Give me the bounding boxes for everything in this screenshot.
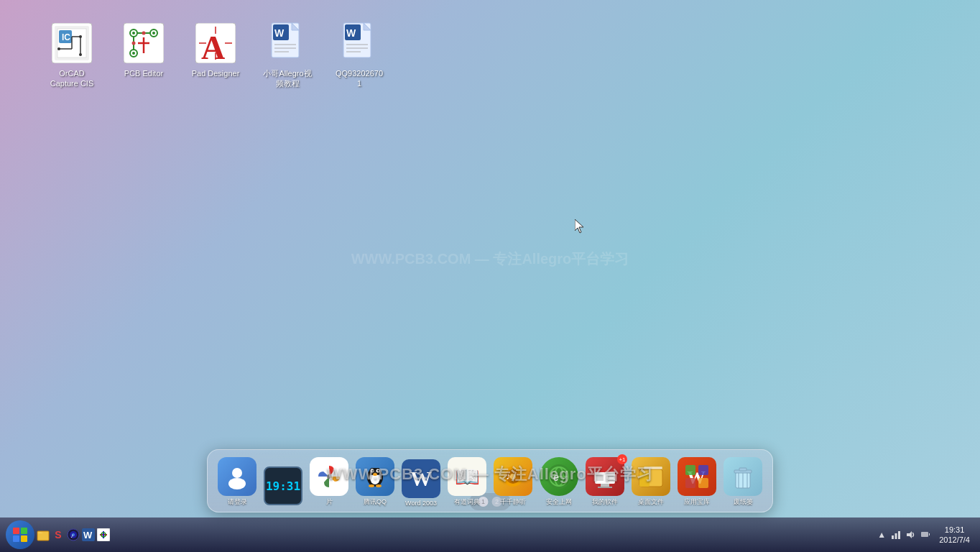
- svg-rect-79: [639, 472, 650, 487]
- tray-show-hidden[interactable]: ▲: [876, 529, 887, 540]
- orcad-label: OrCADCapture CIS: [50, 68, 94, 89]
- svg-text:e: e: [553, 472, 559, 483]
- ie-label: 安全上网: [546, 497, 572, 507]
- system-clock[interactable]: 19:31 2012/7/4: [935, 523, 974, 547]
- taskbar-sogou[interactable]: S: [51, 528, 65, 542]
- pad-icon: A: [194, 22, 237, 65]
- svg-text:♪: ♪: [506, 470, 511, 482]
- svg-point-24: [142, 32, 146, 35]
- taskbar: S ♪ W ▲: [0, 518, 980, 552]
- dock-item-display[interactable]: 19:31: [261, 465, 305, 508]
- svg-text:W: W: [274, 27, 285, 39]
- tray-volume[interactable]: [905, 529, 916, 540]
- svg-rect-94: [13, 535, 19, 542]
- svg-rect-95: [21, 535, 27, 542]
- svg-rect-85: [698, 478, 708, 488]
- svg-rect-77: [598, 487, 612, 488]
- svg-rect-109: [898, 531, 900, 539]
- svg-point-49: [228, 478, 246, 489]
- svg-point-60: [369, 484, 374, 487]
- svg-text:W: W: [83, 530, 93, 540]
- svg-rect-75: [606, 479, 614, 481]
- desktop-icon-pcb[interactable]: PCB Editor: [115, 22, 172, 78]
- svg-point-50: [327, 474, 331, 479]
- svg-point-19: [132, 52, 135, 55]
- svg-text:W: W: [346, 27, 356, 39]
- tray-power[interactable]: [919, 529, 930, 540]
- pcb-label: PCB Editor: [124, 68, 163, 78]
- application-dock: 请登录 19:31 片: [207, 449, 773, 512]
- pcb-icon: [122, 22, 165, 65]
- dock-item-ie[interactable]: e 安全上网: [537, 456, 581, 508]
- tray-network[interactable]: [890, 529, 902, 540]
- svg-rect-76: [601, 484, 609, 487]
- svg-point-64: [510, 474, 516, 479]
- start-button[interactable]: [6, 520, 34, 549]
- svg-marker-47: [575, 219, 583, 233]
- dock-item-mysoftware[interactable]: +1 我的软件: [583, 456, 627, 508]
- tray-icons: ▲: [876, 529, 930, 540]
- pad-label: Pad Designer: [192, 68, 240, 78]
- system-tray: ▲ 19:31: [876, 518, 980, 552]
- qq-doc-icon: W: [338, 22, 381, 65]
- dock-item-contacts[interactable]: 请登录: [215, 456, 259, 508]
- dock-item-word[interactable]: W Word 2003: [399, 458, 443, 508]
- dock-item-qq[interactable]: 腾讯QQ: [353, 456, 397, 508]
- dock-item-desktop-files[interactable]: 桌面文件: [629, 456, 673, 508]
- clock-time: 19:31: [945, 525, 965, 535]
- mysoftware-label: 我的软件: [592, 497, 618, 507]
- svg-rect-92: [13, 528, 19, 534]
- svg-text:IC: IC: [62, 32, 70, 42]
- svg-point-15: [132, 32, 135, 34]
- svg-point-25: [132, 42, 136, 45]
- desktop-files-label: 桌面文件: [638, 497, 664, 507]
- svg-rect-93: [21, 528, 27, 534]
- desktop-icon-tutorial[interactable]: W 小哥Allegro视频教程: [259, 22, 316, 89]
- taskbar-pcb[interactable]: [96, 528, 111, 542]
- svg-rect-112: [929, 533, 930, 535]
- taskbar-word[interactable]: W: [81, 528, 96, 542]
- svg-rect-82: [685, 465, 695, 475]
- music-label: 千千静听: [500, 497, 526, 507]
- contacts-label: 请登录: [228, 497, 247, 507]
- svg-rect-91: [739, 468, 746, 471]
- svg-text:A: A: [201, 29, 225, 63]
- svg-text:♪: ♪: [70, 533, 73, 539]
- desktop-icon-area: IC OrCADCapture CIS: [0, 0, 980, 111]
- svg-rect-84: [685, 478, 695, 488]
- mouse-cursor: [575, 219, 586, 234]
- svg-rect-83: [698, 465, 708, 475]
- dock-item-photos[interactable]: 片: [307, 456, 351, 508]
- taskbar-explorer[interactable]: [36, 528, 50, 542]
- dock-item-dict[interactable]: 📖 有道词典: [445, 456, 489, 508]
- svg-point-58: [377, 470, 379, 472]
- watermark: WWW.PCB3.COM — 专注Allegro平台学习: [351, 249, 629, 269]
- photos-label: 片: [326, 497, 333, 507]
- clock-date: 2012/7/4: [939, 535, 970, 545]
- dock-item-app-store[interactable]: W 应用宝库: [675, 456, 719, 508]
- desktop-icon-orcad[interactable]: IC OrCADCapture CIS: [43, 22, 101, 89]
- svg-point-9: [57, 47, 60, 50]
- tutorial-icon: W: [266, 22, 309, 65]
- svg-rect-108: [895, 533, 897, 539]
- trash-label: 废纸篓: [734, 497, 753, 507]
- tutorial-label: 小哥Allegro视频教程: [263, 68, 311, 89]
- qq-doc-label: QQ932026701: [336, 68, 383, 89]
- svg-point-17: [152, 32, 155, 34]
- word-label: Word 2003: [405, 500, 437, 507]
- taskbar-media[interactable]: ♪: [66, 528, 80, 542]
- svg-point-57: [371, 470, 373, 472]
- orcad-icon: IC: [50, 22, 93, 65]
- desktop: WWW.PCB3.COM — 专注Allegro平台学习 IC: [0, 0, 980, 518]
- svg-rect-80: [644, 466, 662, 469]
- dict-label: 有道词典: [454, 497, 480, 507]
- svg-marker-110: [907, 531, 912, 538]
- svg-rect-111: [921, 532, 928, 537]
- desktop-icon-pad[interactable]: A Pad Designer: [187, 22, 244, 78]
- svg-point-11: [79, 53, 82, 56]
- desktop-icon-qq-doc[interactable]: W QQ932026701: [330, 22, 388, 89]
- dock-item-music[interactable]: ♪ 千千静听: [491, 456, 535, 508]
- svg-rect-72: [595, 468, 615, 472]
- dock-item-trash[interactable]: 废纸篓: [721, 456, 765, 508]
- app-store-label: 应用宝库: [684, 497, 710, 507]
